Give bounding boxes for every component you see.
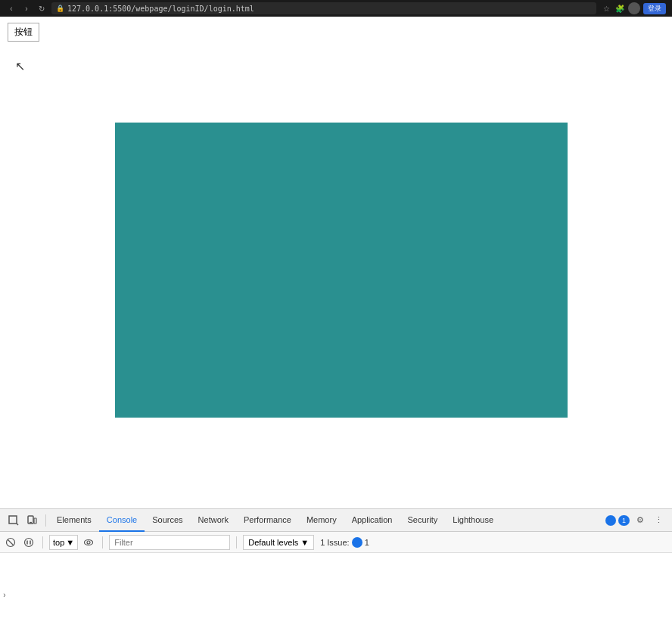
url-text: 127.0.0.1:5500/webpage/loginID/login.htm…: [67, 5, 254, 13]
toolbar-separator: [42, 536, 43, 548]
eye-button[interactable]: [81, 535, 96, 550]
more-options-button[interactable]: ⋮: [651, 513, 666, 528]
issues-badge-container: 1 Issue: 1: [317, 537, 372, 548]
tab-sources[interactable]: Sources: [145, 509, 190, 532]
devtools-right-actions: 1 ⚙ ⋮: [605, 513, 669, 528]
back-button[interactable]: ‹: [6, 3, 17, 14]
clear-console-button[interactable]: [3, 535, 18, 550]
lock-icon: 🔒: [56, 5, 64, 12]
settings-button[interactable]: ⚙: [633, 513, 648, 528]
tab-security[interactable]: Security: [400, 509, 445, 532]
tab-lighthouse[interactable]: Lighthouse: [445, 509, 501, 532]
svg-rect-4: [34, 518, 36, 524]
star-icon[interactable]: ☆: [601, 3, 611, 14]
devtools-tabs-bar: Elements Console Sources Network Perform…: [0, 509, 672, 532]
tab-elements[interactable]: Elements: [49, 509, 99, 532]
console-badge: 1: [618, 515, 630, 526]
browser-topbar: ‹ › ↻ 🔒 127.0.0.1:5500/webpage/loginID/l…: [0, 0, 672, 17]
browser-actions: ☆ 🧩 登录: [601, 2, 666, 14]
context-selector[interactable]: top ▼: [49, 535, 78, 550]
devtools-left-icons: [3, 513, 42, 528]
tab-network[interactable]: Network: [191, 509, 236, 532]
url-bar[interactable]: 🔒 127.0.0.1:5500/webpage/loginID/login.h…: [51, 2, 596, 14]
cursor: ↖: [15, 59, 25, 73]
tab-console[interactable]: Console: [99, 509, 145, 532]
tab-application[interactable]: Application: [344, 509, 400, 532]
inspect-element-button[interactable]: [6, 513, 21, 528]
svg-line-6: [8, 539, 14, 545]
filter-input[interactable]: [109, 535, 230, 550]
svg-point-7: [25, 538, 33, 546]
issue-icon: [352, 537, 362, 548]
avatar[interactable]: [628, 2, 640, 14]
console-warning-icon: [605, 515, 616, 526]
tab-separator: [45, 514, 46, 527]
pause-on-exceptions-button[interactable]: [21, 535, 36, 550]
device-toggle-button[interactable]: [24, 513, 39, 528]
console-badge-container: 1: [605, 515, 630, 526]
forward-button[interactable]: ›: [21, 3, 32, 14]
page-button[interactable]: 按钮: [8, 23, 39, 42]
teal-rectangle: [115, 123, 568, 418]
svg-line-1: [17, 524, 18, 525]
page-content: 按钮 ↖: [0, 17, 672, 507]
svg-point-11: [87, 541, 90, 544]
reload-button[interactable]: ↻: [36, 3, 47, 14]
devtools-content: ›: [0, 553, 672, 637]
devtools-toolbar: top ▼ Default levels ▼ 1 Issue: 1: [0, 532, 672, 553]
devtools-panel: Elements Console Sources Network Perform…: [0, 508, 672, 637]
default-levels-button[interactable]: Default levels ▼: [243, 535, 314, 550]
toolbar-separator-2: [102, 536, 103, 548]
tab-performance[interactable]: Performance: [236, 509, 299, 532]
svg-rect-0: [9, 516, 17, 524]
toolbar-separator-3: [236, 536, 237, 548]
sidebar-toggle-arrow[interactable]: ›: [0, 588, 9, 603]
signin-button[interactable]: 登录: [643, 3, 666, 14]
tab-memory[interactable]: Memory: [299, 509, 344, 532]
extensions-icon[interactable]: 🧩: [614, 3, 625, 14]
